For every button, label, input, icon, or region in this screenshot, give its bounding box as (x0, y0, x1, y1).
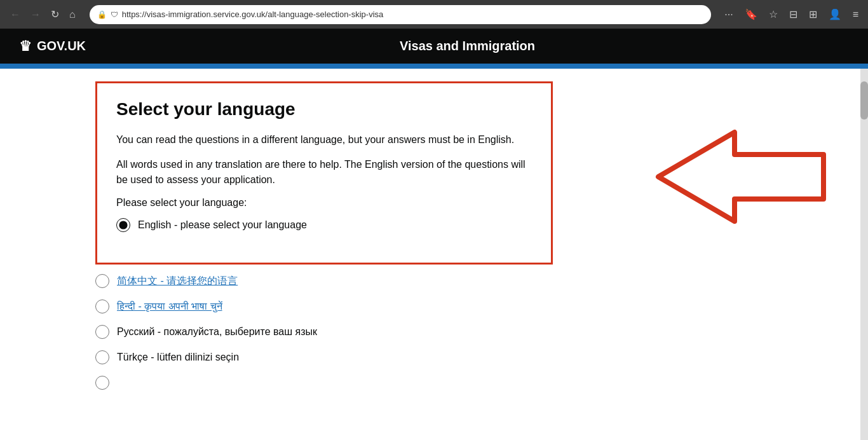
svg-marker-0 (658, 132, 824, 221)
shield-icon: 🛡 (111, 10, 118, 19)
red-arrow-svg (646, 120, 836, 234)
sidebar-button[interactable]: ⊟ (786, 7, 801, 22)
language-option-hindi[interactable]: हिन्दी - कृपया अपनी भाषा चुनें (95, 299, 553, 313)
more-button[interactable]: ··· (721, 8, 736, 22)
radio-hindi[interactable] (95, 299, 109, 313)
language-option-chinese[interactable]: 简体中文 - 请选择您的语言 (95, 274, 553, 288)
info-paragraph-2: All words used in any translation are th… (116, 157, 532, 188)
info-paragraph-1: You can read the questions in a differen… (116, 132, 532, 148)
label-russian: Русский - пожалуйста, выберите ваш язык (117, 326, 317, 338)
gov-header: ♛ GOV.UK Visas and Immigration (0, 29, 868, 64)
scrollbar-thumb[interactable] (860, 81, 868, 120)
browser-chrome: ← → ↻ ⌂ 🔒 🛡 ··· 🔖 ☆ ⊟ ⊞ 👤 ≡ (0, 0, 868, 29)
hamburger-button[interactable]: ≡ (850, 8, 862, 22)
page-title: Select your language (116, 99, 532, 120)
label-hindi: हिन्दी - कृपया अपनी भाषा चुनें (117, 301, 222, 312)
back-button[interactable]: ← (6, 6, 24, 23)
gov-logo[interactable]: ♛ GOV.UK (19, 38, 86, 55)
main-content: Select your language You can read the qu… (0, 69, 868, 440)
scrollbar[interactable] (860, 69, 868, 440)
gov-logo-text: GOV.UK (37, 39, 86, 53)
language-option-turkish[interactable]: Türkçe - lütfen dilinizi seçin (95, 350, 553, 364)
address-bar[interactable] (122, 10, 704, 19)
language-option-english[interactable]: English - please select your language (116, 218, 532, 232)
home-button[interactable]: ⌂ (65, 6, 79, 23)
radio-turkish[interactable] (95, 350, 109, 364)
tabs-button[interactable]: ⊞ (806, 7, 820, 22)
star-button[interactable]: ☆ (766, 7, 781, 22)
language-option-russian[interactable]: Русский - пожалуйста, выберите ваш язык (95, 325, 553, 339)
radio-russian[interactable] (95, 325, 109, 339)
arrow-annotation (646, 120, 836, 234)
address-bar-wrapper: 🔒 🛡 (90, 5, 712, 24)
crown-icon: ♛ (19, 38, 32, 55)
select-language-label: Please select your language: (116, 197, 532, 209)
label-chinese: 简体中文 - 请选择您的语言 (117, 275, 238, 288)
label-english: English - please select your language (138, 219, 307, 231)
content-column: Select your language You can read the qu… (0, 69, 572, 440)
progress-bar-container (0, 64, 868, 69)
bookmark-button[interactable]: 🔖 (742, 7, 761, 22)
radio-english[interactable] (116, 218, 130, 232)
refresh-button[interactable]: ↻ (47, 6, 63, 23)
radio-extra[interactable] (95, 376, 109, 390)
progress-bar-fill (0, 64, 738, 69)
forward-button[interactable]: → (27, 6, 44, 23)
nav-buttons: ← → ↻ ⌂ (6, 6, 79, 23)
profile-button[interactable]: 👤 (825, 7, 844, 22)
service-title: Visas and Immigration (86, 39, 849, 53)
language-option-extra[interactable] (95, 376, 553, 390)
browser-actions: ··· 🔖 ☆ ⊟ ⊞ 👤 ≡ (721, 7, 862, 22)
lock-icon: 🔒 (97, 10, 107, 19)
language-selection-box: Select your language You can read the qu… (95, 81, 553, 265)
radio-chinese[interactable] (95, 274, 109, 288)
label-turkish: Türkçe - lütfen dilinizi seçin (117, 352, 239, 363)
